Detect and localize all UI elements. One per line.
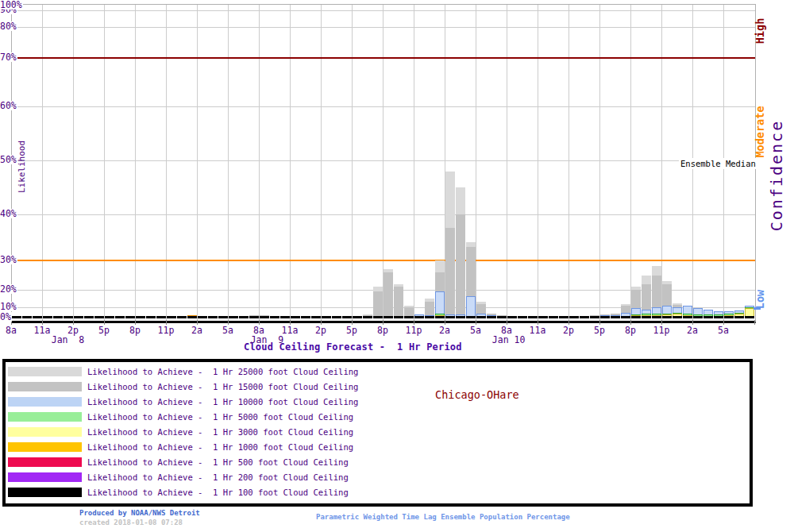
bar-segment — [187, 316, 197, 318]
y-tick-label: 70% — [0, 52, 17, 62]
gridline-vertical — [42, 5, 43, 321]
x-tick-label: 2p — [315, 326, 326, 335]
legend-row: Likelihood to Achieve - 1 Hr 3000 foot C… — [6, 426, 750, 440]
confidence-axis-title: Confidence — [767, 120, 786, 231]
confidence-moderate-label: Moderate — [754, 106, 766, 157]
legend-label: Likelihood to Achieve - 1 Hr 15000 foot … — [87, 382, 358, 392]
bar-segment — [74, 316, 83, 318]
y-tick-label: 40% — [0, 209, 17, 218]
bar-segment — [662, 316, 672, 318]
bar-segment — [693, 316, 703, 318]
gridline-horizontal — [12, 10, 755, 11]
bar-segment — [394, 316, 403, 318]
gridline-vertical — [599, 5, 600, 321]
legend-label: Likelihood to Achieve - 1 Hr 1000 foot C… — [87, 442, 353, 453]
gridline-horizontal — [12, 27, 755, 28]
gridline-vertical — [569, 5, 569, 321]
x-tick-label: 5p — [594, 326, 605, 335]
bar-segment — [394, 287, 403, 318]
legend-label: Likelihood to Achieve - 1 Hr 10000 foot … — [87, 397, 358, 407]
bar-segment — [291, 316, 300, 318]
legend-label: Likelihood to Achieve - 1 Hr 25000 foot … — [87, 367, 358, 377]
bar-segment — [229, 316, 238, 318]
x-tick-label: 5a — [718, 326, 729, 335]
bar-segment — [167, 316, 176, 318]
gridline-vertical — [104, 5, 105, 321]
bar-segment — [177, 316, 187, 318]
bar-segment — [94, 316, 104, 318]
x-tick-label: 5p — [346, 326, 357, 335]
legend-row: Likelihood to Achieve - 1 Hr 1000 foot C… — [6, 441, 750, 455]
gridline-vertical — [228, 5, 229, 321]
bar-segment — [487, 316, 496, 318]
x-tick-label: 11a — [530, 326, 546, 335]
bar-segment — [528, 316, 538, 318]
x-date-label: Jan 8 — [52, 335, 85, 345]
footer-method-description: Parametric Weighted Time Lag Ensemble Po… — [316, 513, 570, 521]
bar-segment — [600, 316, 610, 318]
x-tick-label: 2a — [439, 326, 450, 335]
bar-segment — [363, 316, 372, 318]
bar-segment — [518, 316, 527, 318]
bar-segment — [146, 316, 156, 318]
x-tick-label: 8p — [129, 326, 141, 335]
bar-segment — [64, 316, 73, 318]
bar-segment — [12, 316, 21, 318]
bar-segment — [466, 316, 476, 318]
cloud-ceiling-forecast-app: Likelihood High Moderate Low Confidence … — [0, 0, 794, 532]
bar-segment — [218, 316, 228, 318]
x-tick-label: 5a — [470, 326, 481, 335]
bar-segment — [332, 316, 341, 318]
footer-created-timestamp: created 2018-01-08 07:28 — [79, 519, 183, 526]
ensemble-median-label: Ensemble Median — [679, 158, 757, 169]
bar-segment — [105, 316, 114, 318]
legend-row: Likelihood to Achieve - 1 Hr 500 foot Cl… — [6, 456, 750, 470]
bar-segment — [456, 214, 465, 318]
bar-segment — [322, 316, 331, 318]
bar-segment — [476, 316, 486, 318]
bar-segment — [569, 316, 579, 318]
x-tick-label: 11a — [34, 326, 51, 335]
y-axis-title: Likelihood — [17, 141, 27, 193]
bar-segment — [714, 316, 723, 318]
bar-segment — [156, 316, 166, 318]
legend-row: Likelihood to Achieve - 1 Hr 100 foot Cl… — [6, 486, 750, 500]
legend-swatch — [8, 397, 82, 407]
bar-segment — [745, 316, 754, 318]
bar-segment — [53, 316, 63, 318]
gridline-horizontal — [12, 214, 755, 215]
gridline-vertical — [476, 5, 476, 321]
x-tick-label: 2a — [687, 326, 698, 335]
confidence-threshold-line — [12, 57, 755, 59]
gridline-vertical — [630, 5, 631, 321]
bar-segment — [270, 316, 279, 318]
x-tick-label: 11p — [406, 326, 422, 335]
x-tick-label: 11p — [158, 326, 175, 335]
legend-label: Likelihood to Achieve - 1 Hr 200 foot Cl… — [87, 472, 349, 483]
y-tick-label: 20% — [0, 284, 17, 294]
x-tick-label: 11p — [653, 326, 670, 335]
y-tick-label: 30% — [0, 255, 17, 264]
legend-row: Likelihood to Achieve - 1 Hr 5000 foot C… — [6, 411, 750, 425]
bar-segment — [280, 316, 290, 318]
bar-segment — [33, 316, 42, 318]
bar-segment — [445, 228, 455, 318]
bar-segment — [590, 316, 599, 318]
bar-segment — [43, 316, 52, 318]
chart-plot-area — [11, 4, 756, 323]
bar-segment — [384, 316, 393, 318]
bar-segment — [507, 316, 517, 318]
legend-row: Likelihood to Achieve - 1 Hr 15000 foot … — [6, 380, 750, 395]
bar-segment — [125, 316, 135, 318]
gridline-vertical — [290, 5, 291, 321]
bar-segment — [84, 316, 94, 318]
x-date-label: Jan 9 — [251, 335, 284, 345]
gridline-vertical — [73, 5, 74, 321]
legend-swatch — [8, 367, 82, 376]
y-tick-label: 50% — [0, 155, 17, 164]
bar-segment — [311, 316, 321, 318]
bar-segment — [724, 316, 734, 318]
bar-segment — [652, 316, 661, 318]
bar-segment — [549, 316, 558, 318]
bar-segment — [559, 316, 569, 318]
